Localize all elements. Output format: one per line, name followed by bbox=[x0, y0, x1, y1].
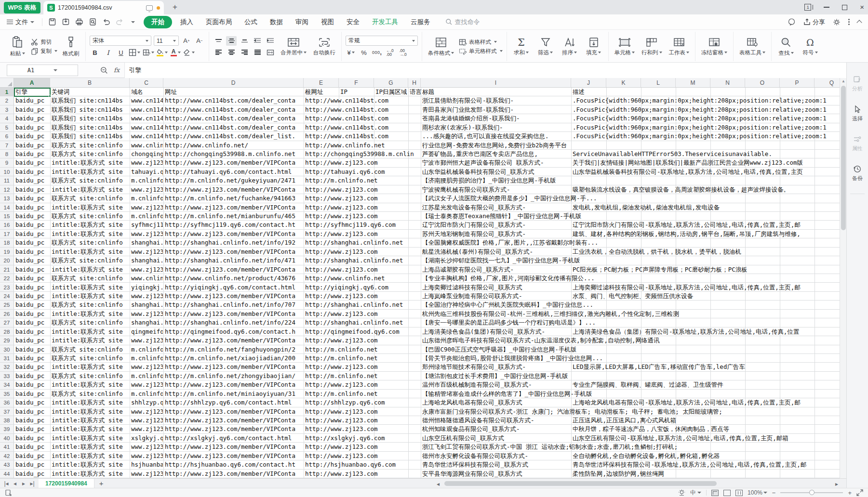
row-number-11[interactable]: 11 bbox=[0, 176, 14, 184]
cell[interactable]: 宁波市鄞州恒大超声设备有限公司 联系方式- bbox=[422, 158, 544, 167]
cell[interactable]: intitle:联系方式 site bbox=[52, 443, 129, 451]
name-box[interactable]: A1 bbox=[7, 65, 78, 76]
row-number-10[interactable]: 10 bbox=[0, 168, 14, 176]
symbol-button[interactable]: Ω 符号 bbox=[800, 36, 821, 57]
print-button[interactable] bbox=[73, 17, 85, 27]
cell[interactable]: 浙江飞剑工贸有限公司联系方式-中国 浙江 运动水壶;铝制水壶;水壶,磨刀机;鱼鳞… bbox=[422, 443, 678, 451]
cell[interactable]: m.cnlinfo bbox=[131, 345, 163, 353]
more-options-icon[interactable] bbox=[848, 18, 850, 26]
cell[interactable]: http://www.cn114bst.com bbox=[305, 114, 421, 122]
column-header-H[interactable]: H bbox=[408, 78, 421, 88]
row-number-40[interactable]: 40 bbox=[0, 434, 14, 442]
cell[interactable]: 【全国脑瘫权威医院】价格,厂家,图片,,江苏省戴郪尔时装有... bbox=[422, 238, 598, 247]
cell[interactable]: www.zj123 bbox=[131, 443, 163, 451]
cell[interactable]: baidu_pc bbox=[15, 256, 49, 264]
cell[interactable]: http://m.cnlinfo.net/fanghuyongpin/2 bbox=[165, 345, 303, 353]
file-menu[interactable]: 文件 bbox=[0, 18, 39, 26]
cell[interactable]: http://www.cnlinfo.net/product/43676 bbox=[165, 274, 303, 282]
align-top-button[interactable] bbox=[213, 36, 224, 46]
cell[interactable]: 山东空压机有限公司_联系方式 bbox=[422, 434, 504, 442]
fill-color-button[interactable] bbox=[157, 48, 168, 57]
formula-input[interactable]: 引擎 bbox=[124, 63, 846, 78]
cell[interactable]: 上海奕卿过滤科技有限公司-联系地址,联系方法,公司地址,电话,传真,位置,主页,… bbox=[573, 283, 801, 291]
document-tab[interactable]: S 1720015940984.csv bbox=[43, 1, 164, 14]
cell[interactable]: http://www.zj123.com/member/VIPConta bbox=[165, 158, 303, 167]
add-sheet-button[interactable]: + bbox=[94, 479, 108, 487]
cell[interactable]: www.zj123 bbox=[131, 158, 163, 167]
row-number-41[interactable]: 41 bbox=[0, 443, 14, 451]
cell[interactable]: http://www.cn114bst.com bbox=[305, 123, 421, 131]
cell[interactable]: http://yiqingkj.qy6.com/contact.html bbox=[165, 283, 303, 291]
row-number-7[interactable]: 7 bbox=[0, 141, 14, 149]
cell[interactable]: http://syfhmcj119.qy6.com/contact.ht bbox=[165, 221, 303, 229]
cell[interactable]: www.zj123 bbox=[131, 407, 163, 416]
cell[interactable]: 上海岚峰泵业制造有限公司联系方式- bbox=[422, 292, 522, 300]
justify-button[interactable] bbox=[252, 48, 263, 57]
cell[interactable]: baidu_pc bbox=[15, 123, 49, 131]
row-number-33[interactable]: 33 bbox=[0, 372, 14, 380]
cell[interactable]: 永康市富新门业有限公司联系方式-浙江 永康门; 汽油滑板车; 电动滑板车; 电子… bbox=[422, 407, 722, 416]
thousand-separator-button[interactable]: 000, bbox=[372, 48, 382, 57]
cell[interactable]: http://www.zj123.com/member/VIPConta bbox=[165, 470, 303, 478]
find-button[interactable]: 查找 bbox=[775, 36, 797, 58]
cell[interactable]: 关键词 bbox=[52, 88, 129, 96]
row-number-44[interactable]: 44 bbox=[0, 470, 14, 478]
cell[interactable]: PC阳光板；PC耐力板；PC声屏障专用板；PC磨砂耐力板；PC浪板 bbox=[573, 265, 748, 274]
ribbon-tab-开始[interactable]: 开始 bbox=[144, 16, 172, 28]
cell[interactable]: http://m.cnlinfo.net bbox=[305, 354, 421, 362]
cell[interactable]: http://www.zj123.com bbox=[305, 185, 421, 194]
cell[interactable]: http://www.cn114bst.com/dealer_conta bbox=[165, 105, 303, 114]
cell[interactable]: 安平县华海源网业有限公司_联系方式 bbox=[422, 470, 522, 478]
sort-button[interactable]: 排序 bbox=[559, 36, 580, 57]
gear-icon[interactable] bbox=[833, 18, 841, 26]
cell[interactable]: 水泵、阀门、电气控制柜、变频恒压供水设备 bbox=[573, 292, 693, 300]
next-sheet-icon[interactable]: ▸ bbox=[19, 480, 28, 487]
cell[interactable]: 山东空压机有限公司-联系地址,联系方法,公司地址,电话,传真,位置,主页,邮箱 bbox=[573, 434, 788, 442]
row-number-17[interactable]: 17 bbox=[0, 230, 14, 238]
cell[interactable]: IP bbox=[340, 88, 373, 96]
ime-language-button[interactable]: 中 bbox=[690, 489, 701, 497]
cell[interactable]: 杭州先临三维科技股份有限公司-杭州-三维相机,三维扫描仪,激光内雕机,个性化定制… bbox=[422, 310, 679, 318]
cell[interactable]: http://www.zj123.com/member/VIPConta bbox=[165, 203, 303, 211]
cell[interactable]: http://shanghai.cnlinfo.net bbox=[305, 256, 421, 264]
cell[interactable]: 上海哈龙风机电器有限公司_联系方式 bbox=[422, 398, 522, 406]
align-center-button[interactable] bbox=[226, 48, 237, 57]
cell[interactable]: qingmeifo bbox=[131, 327, 163, 336]
cell[interactable]: 联系方式 site:cnlinfo bbox=[52, 354, 129, 362]
row-number-23[interactable]: 23 bbox=[0, 283, 14, 291]
cell[interactable]: baidu_pc bbox=[15, 158, 49, 167]
row-number-8[interactable]: 8 bbox=[0, 150, 14, 158]
cell[interactable]: tahuayi.q bbox=[131, 168, 163, 176]
cell[interactable]: baidu_pc bbox=[15, 248, 49, 256]
cell[interactable]: intitle:联系方式 site bbox=[52, 292, 129, 300]
cell[interactable]: www.zj123 bbox=[131, 265, 163, 274]
row-number-4[interactable]: 4 bbox=[0, 114, 14, 122]
cell[interactable]: 【输精管堵塞会造成什么样的危害了】_中国行业信息网-手机版 bbox=[422, 390, 592, 398]
row-number-16[interactable]: 16 bbox=[0, 221, 14, 229]
cell[interactable]: http://www.zj123.com/member/VIPConta bbox=[165, 416, 303, 424]
table-tools-button[interactable]: 表格工具 bbox=[737, 36, 767, 57]
cell[interactable]: baidu_pc bbox=[15, 336, 49, 344]
first-sheet-icon[interactable]: |◂ bbox=[2, 480, 11, 487]
cell[interactable]: 联系方式 site:cnlinfo bbox=[52, 318, 129, 327]
cell[interactable]: .FocusPic{width:960px;margin:0px;height:… bbox=[573, 132, 827, 140]
currency-format-button[interactable]: ¥ bbox=[346, 48, 356, 57]
cell[interactable]: baidu_pc bbox=[15, 470, 49, 478]
column-header-A[interactable]: A bbox=[14, 78, 50, 88]
cell[interactable]: 吸塑包装流水线设备，真空镀膜设备，高周波塑胶熔接机设备，超声波焊接设备。 bbox=[573, 185, 789, 194]
cell[interactable]: http://xslgkyj.qy6.com/contact.html bbox=[165, 434, 303, 442]
zoom-level-button[interactable]: 100% bbox=[748, 489, 767, 496]
decrease-font-button[interactable]: A− bbox=[194, 36, 205, 46]
cell[interactable]: baidu_pc bbox=[15, 452, 49, 460]
cell[interactable]: 建筑、建材,各种结构的彩钢板,钢结构,活动房,钢平台,隔断,吊顶,厂房建筑与维修… bbox=[573, 230, 801, 238]
cell[interactable]: baidu_pc bbox=[15, 398, 49, 406]
table-style-button[interactable]: 表格样式 bbox=[459, 39, 503, 46]
cell[interactable]: baidu_pc bbox=[15, 132, 49, 140]
column-header-F[interactable]: F bbox=[339, 78, 374, 88]
cell[interactable]: .FocusPic{width:960px;margin:0px;height:… bbox=[573, 123, 827, 131]
horizontal-scroll-thumb[interactable] bbox=[444, 481, 717, 486]
cell[interactable]: 山东德州彦晖电子科技有限公司联系方式-山东温湿度仪表,制冷配套,自动控制,网络通… bbox=[422, 336, 660, 344]
column-header-Q[interactable]: Q bbox=[815, 78, 840, 88]
undo-button[interactable] bbox=[100, 17, 112, 27]
cell[interactable]: 网址 bbox=[165, 88, 303, 96]
